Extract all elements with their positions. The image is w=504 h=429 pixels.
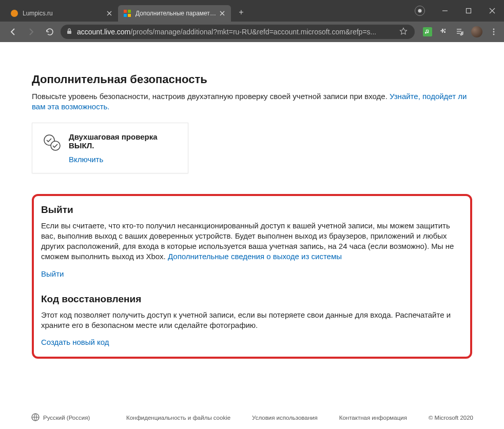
footer-contact-link[interactable]: Контактная информация: [339, 415, 407, 421]
language-label: Русский (Россия): [43, 415, 90, 421]
sign-out-learn-more-link[interactable]: Дополнительные сведения о выходе из сист…: [168, 252, 342, 261]
url-text: account.live.com/proofs/manage/additiona…: [77, 28, 376, 36]
menu-icon[interactable]: [489, 27, 499, 37]
music-extension-icon[interactable]: [423, 27, 432, 36]
language-selector[interactable]: Русский (Россия): [31, 413, 90, 423]
reload-button[interactable]: [42, 24, 57, 40]
tab-microsoft-security[interactable]: Дополнительные параметры бе: [118, 5, 231, 22]
bookmark-star-icon[interactable]: [399, 27, 408, 37]
svg-rect-1: [124, 10, 127, 13]
forward-button[interactable]: [24, 24, 39, 40]
recovery-code-section: Код восстановления Этот код позволяет по…: [41, 294, 463, 347]
tab-title: Lumpics.ru: [23, 10, 106, 17]
favicon-microsoft-icon: [123, 9, 131, 17]
svg-rect-6: [467, 9, 471, 13]
two-step-card: Двухшаговая проверка ВЫКЛ. Включить: [32, 123, 188, 173]
tab-close-icon[interactable]: [219, 10, 226, 17]
window-controls: [410, 3, 504, 18]
profile-avatar[interactable]: [471, 26, 482, 37]
media-indicator-icon[interactable]: [410, 3, 433, 18]
svg-rect-2: [128, 10, 131, 13]
close-button[interactable]: [480, 3, 504, 18]
page-content: Дополнительная безопасность Повысьте уро…: [0, 42, 504, 429]
recovery-code-desc: Этот код позволяет получить доступ к уче…: [41, 310, 463, 331]
svg-point-5: [418, 9, 422, 13]
footer-privacy-link[interactable]: Конфиденциальность и файлы cookie: [126, 415, 230, 421]
globe-icon: [31, 413, 40, 423]
recovery-code-heading: Код восстановления: [41, 294, 463, 305]
sign-out-section: Выйти Если вы считаете, что кто-то получ…: [41, 204, 463, 278]
svg-point-10: [493, 34, 495, 35]
minimize-button[interactable]: [433, 3, 457, 18]
sign-out-desc: Если вы считаете, что кто-то получил нес…: [41, 221, 463, 262]
additional-security-heading: Дополнительная безопасность: [32, 73, 472, 86]
additional-security-desc: Повысьте уровень безопасности, настроив …: [32, 91, 472, 112]
svg-point-9: [493, 31, 495, 33]
browser-toolbar: account.live.com/proofs/manage/additiona…: [0, 22, 504, 42]
lock-icon: [66, 28, 73, 36]
browser-titlebar: Lumpics.ru Дополнительные параметры бе +: [0, 0, 504, 22]
back-button[interactable]: [5, 24, 21, 40]
extension-icons: [423, 26, 499, 37]
tab-title: Дополнительные параметры бе: [135, 10, 219, 17]
svg-point-8: [493, 29, 495, 30]
sign-out-link[interactable]: Выйти: [41, 269, 64, 278]
svg-rect-7: [67, 31, 71, 34]
two-step-icon: [43, 134, 61, 153]
create-code-link[interactable]: Создать новый код: [41, 338, 109, 346]
highlight-box: Выйти Если вы считаете, что кто-то получ…: [32, 194, 472, 359]
maximize-button[interactable]: [457, 3, 480, 18]
new-tab-button[interactable]: +: [234, 5, 249, 20]
sign-out-heading: Выйти: [41, 204, 463, 216]
tab-close-icon[interactable]: [106, 10, 113, 17]
favicon-lumpics: [10, 9, 18, 17]
svg-point-0: [11, 10, 18, 17]
enable-two-step-link[interactable]: Включить: [69, 155, 103, 164]
two-step-status: ВЫКЛ.: [69, 141, 158, 150]
tab-lumpics[interactable]: Lumpics.ru: [5, 5, 118, 22]
address-bar[interactable]: account.live.com/proofs/manage/additiona…: [61, 25, 415, 39]
svg-rect-4: [128, 14, 131, 17]
playlist-extension-icon[interactable]: [455, 27, 465, 37]
page-footer: Русский (Россия) Конфиденциальность и фа…: [0, 413, 504, 423]
two-step-title: Двухшаговая проверка: [69, 132, 158, 141]
svg-rect-3: [124, 14, 127, 17]
footer-copyright: © Microsoft 2020: [429, 415, 473, 421]
puzzle-extension-icon[interactable]: [438, 27, 449, 37]
footer-terms-link[interactable]: Условия использования: [252, 415, 318, 421]
